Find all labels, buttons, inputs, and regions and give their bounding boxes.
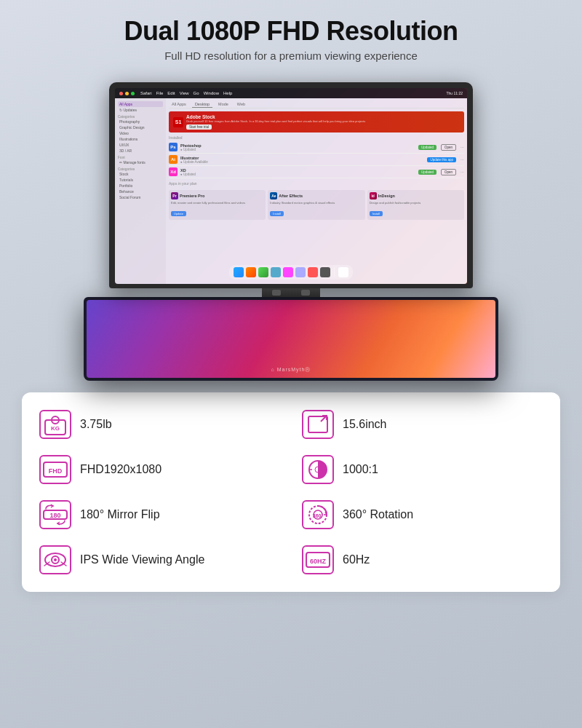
resolution-label: FHD1920x1080: [80, 463, 162, 476]
sidebar-updates[interactable]: ↻ Updates: [118, 107, 163, 113]
mac-nav-tabs: All Apps Desktop Mode Web: [169, 101, 464, 108]
spec-refresh-rate: 60HZ 60Hz: [302, 541, 543, 579]
rotation-label: 360° Rotation: [343, 508, 413, 521]
illustrator-icon: Ai: [169, 155, 178, 164]
contrast-label: 1000:1: [343, 463, 378, 476]
mac-dock: [229, 265, 353, 280]
mac-main: All Apps Desktop Mode Web S1: [166, 98, 467, 284]
refresh-rate-label: 60Hz: [343, 553, 370, 566]
svg-text:360°: 360°: [313, 513, 324, 518]
mac-menu-right: Thu 11:22: [446, 91, 463, 95]
weight-icon-box: KG: [39, 410, 71, 439]
dock-icon-finder: [234, 267, 244, 277]
mac-content: All Apps ↻ Updates Categories Photograph…: [115, 98, 467, 284]
flip-icon-box: 180: [39, 500, 71, 529]
dock-icon-trash: [338, 267, 348, 277]
app-indesign: Id InDesign Design and publish fashionab…: [367, 190, 464, 220]
hz-icon-box: 60HZ: [302, 545, 334, 574]
header-section: Dual 1080P FHD Resolution Full HD resolu…: [110, 0, 473, 68]
spec-flip: 180 180° Mirror Flip: [39, 496, 280, 534]
specs-section: KG 3.75lb 15.6inch FHD: [22, 392, 560, 592]
bottom-screen-display: ⌂ MarsMythⓇ: [87, 300, 495, 378]
monitor-section: Safari File Edit View Go Window Help Thu…: [0, 75, 582, 381]
dock-icon-appstore: [258, 267, 268, 277]
contrast-icon-box: [302, 455, 334, 484]
subtitle: Full HD resolution for a premium viewing…: [124, 50, 458, 62]
monitor-outer: Safari File Edit View Go Window Help Thu…: [109, 82, 473, 288]
spec-contrast: 1000:1: [302, 451, 543, 488]
dock-icon-settings: [320, 267, 330, 277]
bottom-apps-grid: Pr Premiere Pro Edit, master and create …: [169, 190, 464, 220]
rotation-icon-box: 360°: [302, 500, 334, 529]
xd-icon: Xd: [169, 167, 178, 176]
size-icon-box: [302, 410, 334, 439]
app-premiere-pro: Pr Premiere Pro Edit, master and create …: [169, 190, 266, 220]
page-wrapper: Dual 1080P FHD Resolution Full HD resolu…: [0, 0, 582, 728]
dock-icon-music: [308, 267, 318, 277]
mac-menubar: Safari File Edit View Go Window Help Thu…: [115, 88, 467, 98]
spec-resolution: FHD FHD1920x1080: [39, 451, 280, 488]
marsmyth-logo: ⌂ MarsMythⓇ: [271, 366, 311, 373]
monitor-screen: Safari File Edit View Go Window Help Thu…: [115, 88, 467, 284]
install-ae-button[interactable]: Install: [270, 211, 283, 216]
spec-viewing-angle: IPS Wide Viewing Angle: [39, 541, 280, 579]
spec-weight: KG 3.75lb: [39, 405, 280, 443]
monitor-hinge: [262, 288, 320, 297]
viewing-angle-label: IPS Wide Viewing Angle: [80, 553, 204, 566]
svg-text:180: 180: [49, 512, 60, 519]
mac-menu-items: Safari File Edit View Go Window Help: [140, 91, 232, 95]
start-free-trial-button[interactable]: Start free trial: [186, 124, 212, 130]
app-row-illustrator: Ai Illustrator ● Update Available Update…: [169, 154, 464, 166]
dock-icon-chrome: [246, 267, 256, 277]
dock-icon-messages: [271, 267, 281, 277]
app-row-photoshop: Ps Photoshop ● Updated Updated Open ···: [169, 141, 464, 154]
app-after-effects: Ae After Effects Industry Standard motio…: [268, 190, 364, 220]
mac-sidebar: All Apps ↻ Updates Categories Photograph…: [115, 98, 166, 284]
main-title: Dual 1080P FHD Resolution: [124, 16, 458, 47]
top-monitor: Safari File Edit View Go Window Help Thu…: [109, 82, 473, 288]
spec-size: 15.6inch: [302, 405, 543, 443]
flip-label: 180° Mirror Flip: [80, 508, 160, 521]
size-label: 15.6inch: [343, 418, 387, 431]
sidebar-all-apps[interactable]: All Apps: [118, 101, 163, 107]
bottom-screen: ⌂ MarsMythⓇ: [84, 297, 498, 381]
eye-icon-box: [39, 545, 71, 574]
svg-text:60HZ: 60HZ: [310, 558, 327, 565]
photoshop-icon: Ps: [169, 143, 178, 151]
install-id-button[interactable]: Install: [370, 211, 383, 216]
dock-icon-facetime: [283, 267, 293, 277]
update-button[interactable]: Update: [171, 211, 186, 216]
svg-text:FHD: FHD: [49, 467, 63, 475]
app-row-xd: Xd XD ● Updated Updated Open ···: [169, 166, 464, 178]
laptop-container: Safari File Edit View Go Window Help Thu…: [80, 82, 502, 381]
svg-point-18: [54, 558, 57, 561]
fhd-icon-box: FHD: [39, 455, 71, 484]
svg-text:KG: KG: [51, 425, 60, 432]
mac-promo-banner: S1 Adobe Stock Grab yourself 10 free ima…: [169, 111, 464, 132]
weight-label: 3.75lb: [80, 418, 112, 431]
dock-icon-notes: [295, 267, 306, 277]
spec-rotation: 360° 360° Rotation: [302, 496, 543, 534]
